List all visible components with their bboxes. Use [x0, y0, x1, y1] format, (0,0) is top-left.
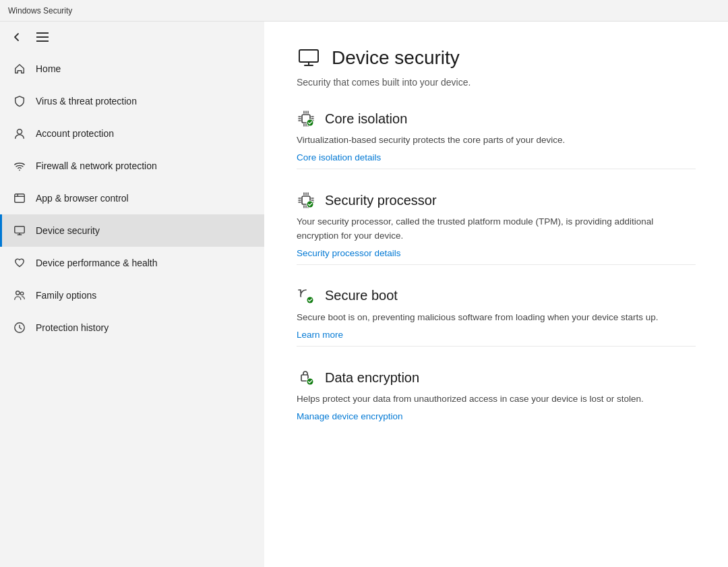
divider	[297, 264, 696, 265]
wifi-icon	[13, 159, 26, 173]
sidebar-item-device-security[interactable]: Device security	[0, 214, 264, 247]
sidebar-item-label: Firewall & network protection	[36, 160, 157, 171]
section-data-encryption: Data encryption Helps protect your data …	[297, 368, 696, 422]
chip-check-icon	[297, 109, 315, 128]
sidebar-item-history[interactable]: Protection history	[0, 311, 264, 344]
sidebar-item-family[interactable]: Family options	[0, 279, 264, 311]
sidebar-item-firewall[interactable]: Firewall & network protection	[0, 150, 264, 182]
monitor-icon	[13, 224, 26, 237]
section-header-security-processor: Security processor	[297, 191, 696, 210]
hamburger-button[interactable]	[36, 32, 49, 42]
divider	[297, 346, 696, 347]
svg-rect-2	[15, 194, 24, 203]
sidebar-item-label: Home	[36, 63, 61, 74]
sidebar-item-home[interactable]: Home	[0, 53, 264, 85]
sidebar: Home Virus & threat protection Account p…	[0, 22, 264, 567]
sidebar-item-label: Virus & threat protection	[36, 96, 137, 107]
sidebar-item-label: App & browser control	[36, 193, 129, 204]
clock-icon	[13, 321, 26, 334]
lock-chip-icon	[297, 368, 315, 387]
section-desc-core-isolation: Virtualization-based security protects t…	[297, 133, 696, 147]
section-title-core-isolation: Core isolation	[325, 111, 407, 127]
refresh-lock-icon	[297, 287, 315, 305]
family-icon	[13, 289, 26, 302]
page-header: Device security	[297, 46, 696, 70]
app-container: Home Virus & threat protection Account p…	[0, 22, 728, 567]
heart-icon	[13, 256, 26, 270]
section-header-core-isolation: Core isolation	[297, 109, 696, 128]
main-content: Device security Security that comes buil…	[264, 22, 728, 567]
sidebar-item-label: Family options	[36, 290, 96, 301]
sidebar-item-virus[interactable]: Virus & threat protection	[0, 85, 264, 117]
sidebar-item-device-health[interactable]: Device performance & health	[0, 247, 264, 279]
sidebar-item-label: Protection history	[36, 322, 109, 333]
section-desc-data-encryption: Helps protect your data from unauthorize…	[297, 392, 696, 406]
page-header-icon	[297, 46, 321, 70]
back-button[interactable]	[11, 31, 23, 43]
svg-point-5	[20, 292, 23, 295]
sidebar-item-label: Device security	[36, 225, 100, 236]
sidebar-item-app-browser[interactable]: App & browser control	[0, 182, 264, 214]
svg-point-4	[16, 291, 20, 295]
section-link-secure-boot[interactable]: Learn more	[297, 330, 343, 340]
section-link-core-isolation[interactable]: Core isolation details	[297, 152, 381, 162]
shield-icon	[13, 94, 26, 108]
chip-check-icon	[297, 191, 315, 210]
page-title: Device security	[332, 47, 460, 69]
section-link-security-processor[interactable]: Security processor details	[297, 248, 401, 258]
svg-rect-7	[299, 50, 318, 62]
section-header-data-encryption: Data encryption	[297, 368, 696, 387]
window-icon	[13, 191, 26, 205]
nav-list: Home Virus & threat protection Account p…	[0, 53, 264, 344]
page-subtitle: Security that comes built into your devi…	[297, 77, 696, 88]
section-security-processor: Security processor Your security process…	[297, 191, 696, 265]
sidebar-item-label: Account protection	[36, 128, 114, 139]
person-icon	[13, 127, 26, 140]
section-title-data-encryption: Data encryption	[325, 370, 419, 386]
sidebar-item-account[interactable]: Account protection	[0, 117, 264, 150]
section-core-isolation: Core isolation Virtualization-based secu…	[297, 109, 696, 169]
section-desc-security-processor: Your security processor, called the trus…	[297, 215, 696, 243]
section-secure-boot: Secure boot Secure boot is on, preventin…	[297, 287, 696, 347]
svg-rect-3	[15, 227, 24, 233]
divider	[297, 169, 696, 169]
sections-container: Core isolation Virtualization-based secu…	[297, 109, 696, 422]
section-link-data-encryption[interactable]: Manage device encryption	[297, 411, 403, 421]
svg-point-1	[19, 169, 20, 171]
home-icon	[13, 62, 26, 76]
section-desc-secure-boot: Secure boot is on, preventing malicious …	[297, 311, 696, 324]
sidebar-item-label: Device performance & health	[36, 258, 158, 268]
svg-point-0	[17, 129, 22, 134]
section-title-secure-boot: Secure boot	[325, 288, 398, 303]
section-title-security-processor: Security processor	[325, 193, 437, 208]
sidebar-top	[0, 22, 264, 53]
section-header-secure-boot: Secure boot	[297, 287, 696, 305]
title-bar: Windows Security	[0, 0, 728, 22]
app-title: Windows Security	[8, 6, 72, 16]
